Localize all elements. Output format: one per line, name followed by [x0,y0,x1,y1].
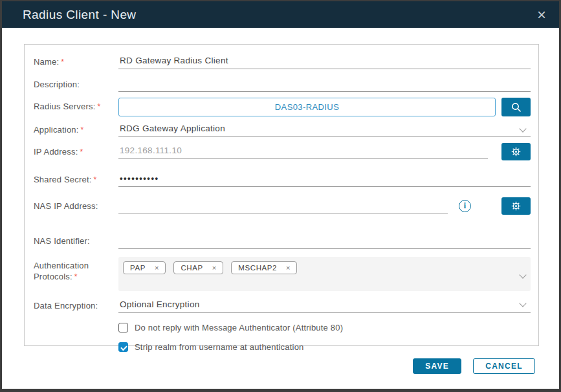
ip-address-label: IP Address:* [34,143,118,158]
chip-label: PAP [130,264,146,272]
info-icon[interactable]: i [459,200,471,212]
required-asterisk: * [61,58,64,67]
auth-protocols-label: Authentication Protocols:* [34,257,118,283]
close-icon[interactable]: × [534,7,549,23]
checkbox-row-message-authenticator: Do not reply with Message Authenticator … [118,323,531,332]
required-asterisk: * [97,102,100,111]
chip-label: CHAP [181,264,203,272]
field-row-description: Description: [34,76,531,93]
field-row-auth-protocols: Authentication Protocols:* PAP × CHAP × … [34,257,531,291]
cancel-button[interactable]: CANCEL [473,358,535,374]
name-input[interactable]: RD Gateway Radius Client [118,53,531,69]
field-row-nas-identifier: NAS Identifier: [34,226,531,249]
nas-identifier-label: NAS Identifier: [34,226,118,246]
form-panel: Name:* RD Gateway Radius Client Descript… [24,44,539,346]
remove-chip-icon[interactable]: × [286,264,291,272]
shared-secret-input[interactable]: •••••••••• [118,171,531,187]
ip-settings-button[interactable] [501,143,531,160]
field-row-ip-address: IP Address:* 192.168.111.10 [34,143,531,161]
field-row-application: Application:* RDG Gateway Application [34,121,531,138]
ip-address-input[interactable]: 192.168.111.10 [118,143,488,159]
strip-realm-checkbox[interactable] [118,342,128,352]
application-select[interactable]: RDG Gateway Application [118,121,531,137]
dialog-title: Radius Client - New [23,8,534,22]
checkbox-row-strip-realm: Strip realm from username at authenticat… [118,342,531,352]
description-input[interactable] [118,76,531,92]
chip-label: MSCHAP2 [238,264,277,272]
checkbox-label: Do not reply with Message Authenticator … [135,323,343,332]
field-row-shared-secret: Shared Secret:* •••••••••• [34,171,531,188]
auth-protocols-multiselect[interactable]: PAP × CHAP × MSCHAP2 × [118,257,531,291]
required-asterisk: * [74,272,78,281]
required-asterisk: * [94,175,97,184]
data-encryption-select[interactable]: Optional Encryption [118,297,531,313]
protocol-chip: CHAP × [173,261,223,274]
protocol-chip: MSCHAP2 × [231,261,297,274]
search-icon [511,102,522,113]
gear-icon [511,147,521,157]
field-row-data-encryption: Data Encryption: Optional Encryption [34,297,531,314]
field-row-nas-ip: NAS IP Address: i [34,197,531,215]
data-encryption-label: Data Encryption: [34,297,118,311]
nas-ip-settings-button[interactable] [501,197,531,215]
nas-ip-input[interactable] [118,197,448,213]
gear-icon [511,201,521,211]
message-authenticator-checkbox[interactable] [118,323,128,332]
required-asterisk: * [81,125,84,135]
radius-servers-input[interactable]: DAS03-RADIUS [118,98,496,116]
shared-secret-label: Shared Secret:* [34,171,118,186]
remove-chip-icon[interactable]: × [155,264,159,272]
remove-chip-icon[interactable]: × [212,264,217,272]
dialog-titlebar: Radius Client - New × [2,1,559,28]
dialog-actions: SAVE CANCEL [413,358,535,374]
description-label: Description: [34,76,118,90]
name-label: Name:* [34,53,118,68]
required-asterisk: * [80,147,83,157]
protocol-chip: PAP × [123,261,166,274]
field-row-radius-servers: Radius Servers:* DAS03-RADIUS [34,98,531,116]
application-label: Application:* [34,121,118,136]
radius-client-dialog: Radius Client - New × Name:* RD Gateway … [0,0,561,392]
save-button[interactable]: SAVE [413,358,461,374]
search-button[interactable] [501,98,531,116]
chevron-down-icon[interactable] [519,271,526,278]
nas-ip-label: NAS IP Address: [34,197,118,212]
nas-identifier-input[interactable] [118,233,531,249]
radius-servers-label: Radius Servers:* [34,98,118,113]
field-row-name: Name:* RD Gateway Radius Client [34,53,531,70]
checkbox-label: Strip realm from username at authenticat… [135,342,304,352]
